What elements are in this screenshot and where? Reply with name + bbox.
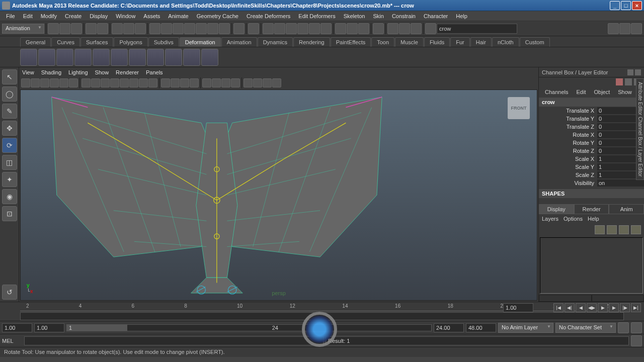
- layer-tab-anim[interactable]: Anim: [609, 204, 644, 214]
- vp-menu-lighting[interactable]: Lighting: [68, 69, 88, 75]
- command-input[interactable]: [24, 336, 324, 345]
- menu-modify[interactable]: Modify: [37, 12, 61, 20]
- new-scene-icon[interactable]: [48, 23, 59, 34]
- search-icon[interactable]: [425, 23, 436, 34]
- layer-menu-options[interactable]: Options: [564, 216, 583, 222]
- vp-icon[interactable]: [272, 78, 281, 87]
- shelf-tab-custom[interactable]: Custom: [520, 37, 550, 47]
- vp-menu-shading[interactable]: Shading: [41, 69, 61, 75]
- range-start-outer[interactable]: 1.00: [2, 323, 32, 332]
- universal-manip-tool[interactable]: ✦: [2, 172, 17, 187]
- redo-icon[interactable]: [97, 23, 108, 34]
- render-settings-icon[interactable]: [297, 23, 308, 34]
- select-by-hierarchy-icon[interactable]: [112, 23, 123, 34]
- script-lang-label[interactable]: MEL: [2, 338, 22, 344]
- vp-icon[interactable]: [148, 78, 157, 87]
- layer-editor-toggle-icon[interactable]: [619, 23, 630, 34]
- shelf-tab-subdivs[interactable]: Subdivs: [148, 37, 179, 47]
- paint-select-tool[interactable]: ✎: [2, 104, 17, 119]
- menu-edit[interactable]: Edit: [19, 12, 37, 20]
- shelf-twist-icon[interactable]: [147, 49, 164, 66]
- anim-layer-select[interactable]: No Anim Layer: [498, 323, 553, 333]
- undo-icon[interactable]: [86, 23, 97, 34]
- manip-toggle-icon[interactable]: [616, 78, 623, 85]
- range-end-inner[interactable]: 24.00: [434, 323, 464, 332]
- open-scene-icon[interactable]: [59, 23, 70, 34]
- shelf-tab-deformation[interactable]: Deformation: [180, 37, 221, 47]
- shelf-cluster-icon[interactable]: [56, 49, 73, 66]
- vp-icon[interactable]: [50, 78, 59, 87]
- shelf-tab-surfaces[interactable]: Surfaces: [80, 37, 113, 47]
- character-set-select[interactable]: No Character Set: [555, 323, 616, 333]
- snap-plane-icon[interactable]: [184, 23, 195, 34]
- vp-icon[interactable]: [101, 78, 110, 87]
- select-by-component-icon[interactable]: [135, 23, 146, 34]
- attr-value[interactable]: on: [597, 179, 644, 187]
- menu-character[interactable]: Character: [420, 12, 452, 20]
- last-tool[interactable]: ↺: [2, 285, 17, 300]
- vp-icon[interactable]: [221, 78, 230, 87]
- vp-icon[interactable]: [253, 78, 262, 87]
- layer-icon[interactable]: [595, 225, 605, 234]
- channel-box-toggle-icon[interactable]: [608, 23, 619, 34]
- scrollbar[interactable]: [539, 295, 592, 302]
- shelf-tab-muscle[interactable]: Muscle: [395, 37, 424, 47]
- vp-icon[interactable]: [212, 78, 221, 87]
- rotate-tool[interactable]: ⟳: [2, 138, 17, 153]
- auto-key-icon[interactable]: [618, 322, 629, 333]
- ch-menu-object[interactable]: Object: [591, 88, 613, 96]
- vp-menu-view[interactable]: View: [22, 69, 34, 75]
- menu-create[interactable]: Create: [61, 12, 86, 20]
- step-back-key-button[interactable]: ◀|: [565, 303, 575, 312]
- ch-menu-channels[interactable]: Channels: [542, 88, 571, 96]
- menu-help[interactable]: Help: [452, 12, 471, 20]
- close-button[interactable]: ×: [632, 1, 642, 10]
- shelf-tab-dynamics[interactable]: Dynamics: [258, 37, 293, 47]
- help-icon[interactable]: [233, 23, 245, 34]
- vp-icon[interactable]: [82, 78, 91, 87]
- menu-constrain[interactable]: Constrain: [388, 12, 420, 20]
- vp-icon[interactable]: [129, 78, 138, 87]
- scrollbar[interactable]: [592, 295, 645, 302]
- shelf-bend-icon[interactable]: [74, 49, 92, 66]
- vp-icon[interactable]: [263, 78, 272, 87]
- toggle-icon-c[interactable]: [399, 23, 410, 34]
- construction-history-icon[interactable]: [263, 23, 274, 34]
- ch-menu-edit[interactable]: Edit: [573, 88, 589, 96]
- object-name[interactable]: crow: [539, 98, 644, 107]
- shelf-sine-icon[interactable]: [111, 49, 128, 66]
- shelf-tab-toon[interactable]: Toon: [371, 37, 394, 47]
- vp-icon[interactable]: [180, 78, 189, 87]
- shelf-tab-hair[interactable]: Hair: [470, 37, 492, 47]
- shelf-tab-painteffects[interactable]: PaintEffects: [331, 37, 371, 47]
- vp-icon[interactable]: [69, 78, 78, 87]
- vp-icon[interactable]: [161, 78, 170, 87]
- layout-outliner-icon[interactable]: [358, 23, 369, 34]
- view-cube[interactable]: FRONT: [508, 97, 530, 119]
- select-tool[interactable]: ↖: [2, 69, 17, 84]
- shelf-wrap-icon[interactable]: [38, 49, 55, 66]
- vp-menu-panels[interactable]: Panels: [146, 69, 163, 75]
- menu-animate[interactable]: Animate: [164, 12, 192, 20]
- shelf-wave-icon[interactable]: [165, 49, 182, 66]
- vp-icon[interactable]: [202, 78, 211, 87]
- toggle-icon-b[interactable]: [387, 23, 398, 34]
- vp-icon[interactable]: [21, 78, 30, 87]
- step-forward-key-button[interactable]: |▶: [620, 303, 630, 312]
- layer-list[interactable]: [540, 237, 643, 294]
- layer-tab-render[interactable]: Render: [574, 204, 609, 214]
- layer-menu-help[interactable]: Help: [588, 216, 599, 222]
- menu-skeleton[interactable]: Skeleton: [340, 12, 369, 20]
- play-back-button[interactable]: ◀▶: [587, 303, 597, 312]
- search-field[interactable]: [437, 24, 517, 34]
- input-icon[interactable]: [248, 23, 259, 34]
- shelf-tab-animation[interactable]: Animation: [221, 37, 257, 47]
- vp-icon[interactable]: [120, 78, 129, 87]
- select-by-object-icon[interactable]: [123, 23, 134, 34]
- vp-icon[interactable]: [231, 78, 240, 87]
- step-back-button[interactable]: ◀: [576, 303, 586, 312]
- layer-menu-layers[interactable]: Layers: [542, 216, 558, 222]
- vp-icon[interactable]: [244, 78, 253, 87]
- shelf-tab-general[interactable]: General: [20, 37, 51, 47]
- toggle-icon-d[interactable]: [411, 23, 422, 34]
